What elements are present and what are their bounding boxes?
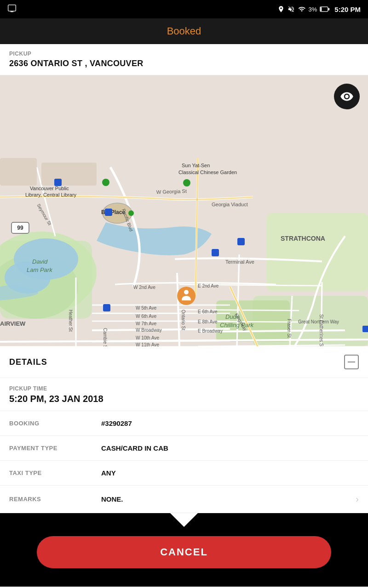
svg-point-69 xyxy=(183,179,190,187)
battery-icon xyxy=(320,6,330,12)
svg-text:Classical Chinese Garden: Classical Chinese Garden xyxy=(178,170,237,175)
pickup-label: PICKUP xyxy=(9,51,359,57)
svg-text:AIRVIEW: AIRVIEW xyxy=(0,320,26,327)
status-icons: 3% 5:20 PM xyxy=(277,6,361,13)
wifi-icon xyxy=(298,6,306,13)
svg-text:Lam Park: Lam Park xyxy=(27,266,53,273)
svg-rect-65 xyxy=(212,249,219,256)
pickup-time-label: PICKUP TIME xyxy=(9,385,359,392)
pickup-address: 2636 ONTARIO ST , VANCOUVER xyxy=(9,59,359,68)
cancel-button[interactable]: CANCEL xyxy=(37,536,331,568)
svg-text:David: David xyxy=(32,258,48,265)
booking-label: BOOKING xyxy=(9,420,101,427)
svg-rect-2 xyxy=(328,8,330,10)
svg-text:W 7th Ave: W 7th Ave xyxy=(136,321,157,326)
svg-text:Chilling Park: Chilling Park xyxy=(220,322,254,328)
taxi-type-label: TAXI TYPE xyxy=(9,469,101,476)
status-bar: 3% 5:20 PM xyxy=(0,0,368,18)
header-title: Booked xyxy=(167,25,201,37)
svg-rect-20 xyxy=(41,163,97,186)
svg-text:W Broadway: W Broadway xyxy=(136,328,162,333)
pickup-time-value: 5:20 PM, 23 JAN 2018 xyxy=(9,394,359,404)
location-icon xyxy=(277,6,285,13)
person-location-marker xyxy=(177,287,196,305)
booking-row: BOOKING #3290287 xyxy=(0,411,368,436)
svg-text:W 6th Ave: W 6th Ave xyxy=(136,314,157,319)
remarks-row[interactable]: REMARKS NONE. › xyxy=(0,486,368,513)
taxi-type-value: ANY xyxy=(101,469,359,477)
remarks-value: NONE. xyxy=(101,495,352,503)
svg-rect-19 xyxy=(0,158,37,186)
svg-rect-64 xyxy=(105,209,112,216)
app-header: Booked xyxy=(0,18,368,44)
remarks-chevron-icon: › xyxy=(356,494,359,504)
svg-text:St Catherines St: St Catherines St xyxy=(319,314,324,346)
svg-rect-63 xyxy=(54,179,62,186)
svg-text:Georgia Viaduct: Georgia Viaduct xyxy=(212,202,248,207)
time-display: 5:20 PM xyxy=(334,6,361,13)
svg-point-71 xyxy=(128,210,134,216)
svg-text:W Georgia St: W Georgia St xyxy=(156,188,187,195)
svg-text:E 12th Ave: E 12th Ave xyxy=(198,346,220,346)
svg-text:W 5th Ave: W 5th Ave xyxy=(136,305,157,311)
svg-text:E 6th Ave: E 6th Ave xyxy=(198,309,218,314)
eye-icon xyxy=(340,90,354,103)
svg-rect-66 xyxy=(237,238,245,245)
svg-text:E 8th Ave: E 8th Ave xyxy=(198,319,218,324)
svg-text:E Broadway: E Broadway xyxy=(198,328,223,334)
mute-icon xyxy=(288,6,295,13)
payment-type-label: PAYMENT TYPE xyxy=(9,445,101,452)
svg-rect-0 xyxy=(8,5,16,11)
pickup-time-section: PICKUP TIME 5:20 PM, 23 JAN 2018 xyxy=(0,378,368,411)
payment-type-row: PAYMENT TYPE CASH/CARD IN CAB xyxy=(0,436,368,461)
svg-text:W 11th Ave: W 11th Ave xyxy=(136,342,159,346)
booking-value: #3290287 xyxy=(101,419,359,427)
svg-rect-10 xyxy=(267,213,368,291)
svg-rect-72 xyxy=(362,326,368,332)
battery-text: 3% xyxy=(309,6,317,13)
taxi-type-row: TAXI TYPE ANY xyxy=(0,461,368,486)
pickup-section: PICKUP 2636 ONTARIO ST , VANCOUVER xyxy=(0,44,368,75)
svg-text:Terminal Ave: Terminal Ave xyxy=(225,259,254,265)
svg-rect-3 xyxy=(321,7,322,11)
svg-text:Heather St: Heather St xyxy=(68,310,73,332)
collapse-details-button[interactable] xyxy=(344,355,359,369)
bottom-triangle-decoration xyxy=(170,513,198,527)
svg-text:E 2nd Ave: E 2nd Ave xyxy=(198,283,219,288)
svg-text:W 10th Ave: W 10th Ave xyxy=(136,335,159,340)
payment-type-value: CASH/CARD IN CAB xyxy=(101,444,359,452)
svg-text:Library, Central Library: Library, Central Library xyxy=(25,192,77,198)
svg-text:Cambie St: Cambie St xyxy=(103,328,108,346)
svg-text:Fraser St: Fraser St xyxy=(287,319,292,338)
svg-text:99: 99 xyxy=(17,225,23,231)
svg-text:Great Northern Way: Great Northern Way xyxy=(298,319,339,324)
svg-text:Ontario St: Ontario St xyxy=(181,310,186,330)
svg-point-68 xyxy=(102,179,109,186)
remarks-label: REMARKS xyxy=(9,496,101,503)
details-section-header: DETAILS xyxy=(0,346,368,378)
map-svg: 99 7 David Lam Park Dude Chilling Park S… xyxy=(0,75,368,346)
svg-text:Vancouver Public: Vancouver Public xyxy=(30,186,69,191)
eye-toggle-button[interactable] xyxy=(334,84,360,109)
svg-rect-67 xyxy=(103,304,110,311)
svg-text:STRATHCONA: STRATHCONA xyxy=(281,235,325,242)
bottom-dark-area xyxy=(0,513,368,536)
status-bar-icon-left xyxy=(7,4,17,15)
svg-point-74 xyxy=(184,290,189,294)
svg-text:Sun Yat-Sen: Sun Yat-Sen xyxy=(182,163,210,168)
details-title: DETAILS xyxy=(9,357,47,367)
map-container[interactable]: 99 7 David Lam Park Dude Chilling Park S… xyxy=(0,75,368,346)
svg-text:W 2nd Ave: W 2nd Ave xyxy=(133,285,156,290)
minus-icon xyxy=(348,362,355,362)
cancel-bar: CANCEL xyxy=(0,536,368,587)
